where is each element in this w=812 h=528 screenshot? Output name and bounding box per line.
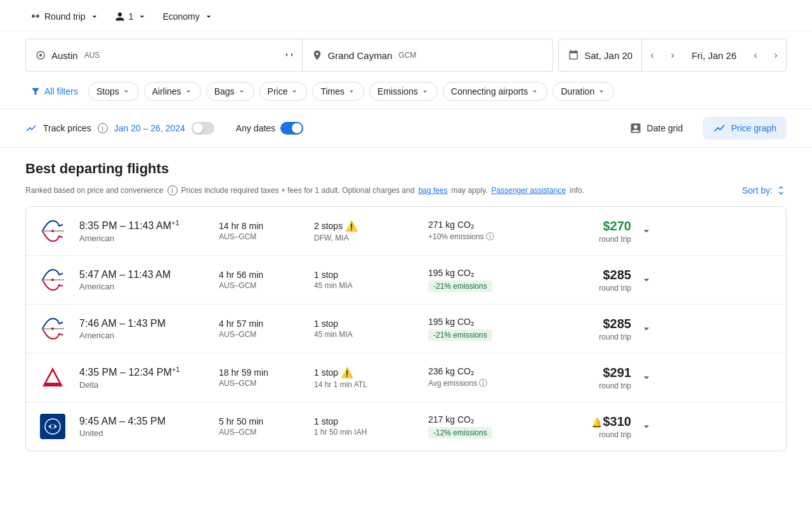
emissions-value: 195 kg CO₂ xyxy=(428,268,555,278)
flight-stops: 2 stops ⚠️ DFW, MIA xyxy=(314,220,428,242)
cabin-class-label: Economy xyxy=(162,11,199,22)
price-filter-label: Price xyxy=(268,86,288,96)
cabin-class-button[interactable]: Economy xyxy=(157,8,218,25)
airlines-filter-label: Airlines xyxy=(152,86,181,96)
swap-airports-button[interactable] xyxy=(277,39,302,72)
price-amount: $291 xyxy=(555,366,631,380)
origin-input[interactable]: Austin AUS xyxy=(25,39,277,72)
results-section: Best departing flights Ranked based on p… xyxy=(0,148,812,464)
results-info-icon[interactable]: i xyxy=(167,185,178,195)
stops-filter-label: Stops xyxy=(96,86,119,96)
svg-point-3 xyxy=(51,230,54,232)
flight-time-range: 8:35 PM – 11:43 AM+1 xyxy=(79,219,219,232)
price-graph-button[interactable]: Price graph xyxy=(703,117,787,140)
flight-row[interactable]: 7:46 AM – 1:43 PM American 4 hr 57 min A… xyxy=(26,305,786,353)
track-prices-toggle[interactable] xyxy=(192,122,214,135)
origin-code: AUS xyxy=(84,51,100,60)
flight-duration: 4 hr 56 min AUS–GCM xyxy=(219,270,314,290)
stops-detail: 45 min MIA xyxy=(314,281,428,290)
stops-count: 1 stop xyxy=(314,270,428,280)
flight-price: $285 round trip xyxy=(555,268,631,293)
price-amount: 🔔$310 xyxy=(555,414,631,429)
any-dates-toggle[interactable] xyxy=(280,122,303,135)
sort-button[interactable]: Sort by: xyxy=(742,185,787,196)
airlines-filter-button[interactable]: Airlines xyxy=(144,82,201,101)
times-filter-button[interactable]: Times xyxy=(312,82,364,101)
stops-filter-button[interactable]: Stops xyxy=(88,82,139,101)
flight-row[interactable]: 5:47 AM – 11:43 AM American 4 hr 56 min … xyxy=(26,256,786,305)
track-section: Track prices i Jan 20 – 26, 2024 Any dat… xyxy=(0,109,812,148)
price-amount: $270 xyxy=(555,219,631,234)
duration-route: AUS–GCM xyxy=(219,428,314,437)
airline-logo xyxy=(39,315,67,343)
stops-count: 1 stop xyxy=(314,319,428,329)
duration-time: 14 hr 8 min xyxy=(219,221,314,231)
connecting-airports-filter-button[interactable]: Connecting airports xyxy=(443,82,547,101)
emissions-badge: -21% emissions xyxy=(428,329,492,341)
expand-flight-button[interactable] xyxy=(636,319,657,339)
destination-input[interactable]: Grand Cayman GCM xyxy=(302,39,554,72)
flight-duration: 14 hr 8 min AUS–GCM xyxy=(219,221,314,241)
expand-flight-button[interactable] xyxy=(636,221,657,241)
track-prices-info-icon[interactable]: i xyxy=(98,123,108,133)
ranked-subtitle: Ranked based on price and convenience xyxy=(25,186,164,195)
flight-row[interactable]: 9:45 AM – 4:35 PM United 5 hr 50 min AUS… xyxy=(26,402,786,451)
return-next-button[interactable]: › xyxy=(766,45,786,65)
return-date-field[interactable]: Fri, Jan 26 xyxy=(683,39,745,71)
flight-airline: United xyxy=(79,428,219,438)
all-filters-label: All filters xyxy=(44,86,78,96)
bag-fees-link[interactable]: bag fees xyxy=(418,186,447,195)
warning-icon: ⚠️ xyxy=(345,220,358,232)
flight-price: $285 round trip xyxy=(555,317,631,341)
sort-label: Sort by: xyxy=(742,185,773,195)
stops-detail: 45 min MIA xyxy=(314,330,428,339)
warning-icon: ⚠️ xyxy=(341,367,353,379)
origin-city: Austin xyxy=(51,50,78,61)
flight-time-range: 4:35 PM – 12:34 PM+1 xyxy=(79,366,219,378)
duration-time: 4 hr 57 min xyxy=(219,319,314,329)
results-subtitle: Ranked based on price and convenience i … xyxy=(25,185,787,196)
emissions-filter-button[interactable]: Emissions xyxy=(369,82,438,101)
duration-route: AUS–GCM xyxy=(219,281,314,290)
svg-point-7 xyxy=(51,327,54,330)
passenger-assistance-link[interactable]: Passenger assistance xyxy=(492,186,566,195)
price-label: round trip xyxy=(555,284,631,293)
duration-filter-button[interactable]: Duration xyxy=(553,82,614,101)
depart-next-button[interactable]: › xyxy=(662,45,683,65)
flight-list: 8:35 PM – 11:43 AM+1 American 14 hr 8 mi… xyxy=(25,206,787,451)
flight-emissions: 195 kg CO₂ -21% emissions xyxy=(428,317,555,341)
svg-point-5 xyxy=(51,279,54,281)
filter-bar: All filters Stops Airlines Bags Price Ti… xyxy=(0,79,812,109)
passengers-button[interactable]: 1 xyxy=(110,8,153,25)
stops-detail: 14 hr 1 min ATL xyxy=(314,380,428,389)
flight-time-range: 9:45 AM – 4:35 PM xyxy=(79,416,219,427)
date-grid-button[interactable]: Date grid xyxy=(619,117,693,140)
depart-prev-button[interactable]: ‹ xyxy=(642,45,662,65)
expand-flight-button[interactable] xyxy=(636,416,657,437)
times-filter-label: Times xyxy=(320,86,344,96)
expand-flight-button[interactable] xyxy=(636,367,657,388)
depart-date-field[interactable]: Sat, Jan 20 xyxy=(559,39,642,71)
dest-city: Grand Cayman xyxy=(328,50,393,61)
round-trip-button[interactable]: Round trip xyxy=(25,8,105,25)
flight-emissions: 195 kg CO₂ -21% emissions xyxy=(428,268,555,292)
bags-filter-button[interactable]: Bags xyxy=(206,82,254,101)
price-label: round trip xyxy=(555,430,631,439)
expand-flight-button[interactable] xyxy=(636,270,657,290)
price-label: round trip xyxy=(555,381,631,390)
flight-row[interactable]: 4:35 PM – 12:34 PM+1 Delta 18 hr 59 min … xyxy=(26,353,786,402)
any-dates-section: Any dates xyxy=(236,122,303,135)
return-prev-button[interactable]: ‹ xyxy=(745,45,766,65)
price-filter-button[interactable]: Price xyxy=(259,82,308,101)
flight-row[interactable]: 8:35 PM – 11:43 AM+1 American 14 hr 8 mi… xyxy=(26,207,786,256)
flight-times: 4:35 PM – 12:34 PM+1 Delta xyxy=(79,366,219,389)
next-day-indicator: +1 xyxy=(171,219,180,227)
airline-logo xyxy=(39,364,67,392)
flight-emissions: 217 kg CO₂ -12% emissions xyxy=(428,414,555,439)
duration-route: AUS–GCM xyxy=(219,379,314,388)
stops-count: 1 stop ⚠️ xyxy=(314,367,428,379)
stops-count: 2 stops ⚠️ xyxy=(314,220,428,232)
duration-route: AUS–GCM xyxy=(219,232,314,241)
flight-price: 🔔$310 round trip xyxy=(555,414,631,439)
all-filters-button[interactable]: All filters xyxy=(25,82,83,100)
